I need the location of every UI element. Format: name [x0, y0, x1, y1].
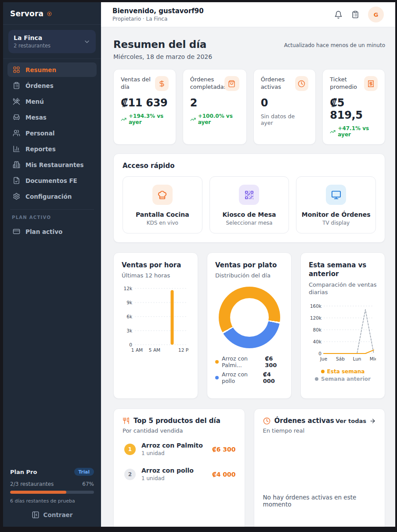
sidebar-item-personal[interactable]: Personal — [7, 126, 97, 140]
sidebar-item-mesas[interactable]: Mesas — [7, 110, 97, 124]
sidebar-item-label: Resumen — [25, 66, 56, 73]
hourly-sales-card: Ventas por hora Últimas 12 horas 03k6k9k… — [113, 252, 198, 399]
stat-delta: Sin datos de ayer — [261, 113, 309, 126]
legend-item-arroz-con-pollo: Arroz con pollo₡4 000 — [215, 371, 283, 384]
utensils-crossed-icon — [13, 98, 20, 105]
product-row-arroz-con-palmito: 1Arroz con Palmito1 unidad₡6 300 — [123, 442, 236, 456]
legend-dot — [215, 360, 219, 364]
svg-text:160k: 160k — [310, 303, 322, 308]
product-name: Arroz con pollo — [141, 467, 194, 474]
stat-card-ticket-promedio: Ticket promedio₡5 819,5+47.1% vs ayer — [322, 69, 385, 145]
sidebar-item-configuracion[interactable]: Configuración — [7, 189, 97, 204]
stat-label: Órdenes activas — [261, 76, 295, 91]
plan-percent: 67% — [82, 481, 94, 487]
restaurant-name: La Finca — [14, 34, 51, 41]
legend-dot — [315, 377, 318, 381]
legend-item-esta-semana: Esta semana — [321, 368, 365, 375]
stat-delta-text: Sin datos de ayer — [261, 113, 309, 126]
sidebar: Servora La Finca 2 restaurantes ResumenÓ… — [3, 2, 101, 527]
plan-section-label: PLAN ACTIVO — [3, 211, 101, 221]
week-compare-legend: Esta semanaSemana anterior — [309, 368, 377, 382]
top-products-card: Top 5 productos del día Por cantidad ven… — [113, 408, 245, 527]
quick-access-kiosco-de-mesa[interactable]: Kiosco de MesaSeleccionar mesa — [209, 176, 289, 233]
sidebar-item-menu[interactable]: Menú — [7, 94, 97, 109]
hourly-sales-subtitle: Últimas 12 horas — [122, 272, 190, 280]
avatar[interactable]: G — [368, 7, 384, 22]
quick-access-title-text: Kiosco de Mesa — [214, 211, 285, 218]
svg-text:5 AM: 5 AM — [149, 347, 160, 353]
sidebar-item-plan-activo[interactable]: Plan activo — [7, 224, 97, 239]
restaurant-selector[interactable]: La Finca 2 restaurantes — [8, 30, 96, 53]
settings-icon — [13, 193, 20, 200]
trending-up-icon — [121, 117, 126, 122]
sidebar-item-label: Mesas — [25, 114, 47, 121]
menu-divider — [10, 209, 94, 210]
quick-access-grid: Pantalla CocinaKDS en vivoKiosco de Mesa… — [123, 176, 376, 233]
quick-access-subtitle-text: KDS en vivo — [127, 220, 198, 226]
credit-card-icon — [13, 228, 20, 235]
stat-delta: +194.3% vs ayer — [121, 113, 169, 125]
svg-text:6k: 6k — [126, 313, 133, 319]
legend-label: Esta semana — [327, 368, 365, 375]
sidebar-item-documentos-fe[interactable]: Documentos FE — [7, 173, 97, 188]
legend-item-semana-anterior: Semana anterior — [315, 376, 371, 382]
plan-progress-track — [10, 491, 94, 494]
dish-sales-card: Ventas por plato Distribución del día Ar… — [207, 252, 292, 399]
legend-item-arroz-con-palmito: Arroz con Palmi...₡6 300 — [215, 355, 283, 368]
stat-card-ordenes-completadas: Órdenes completadas2+100.0% vs ayer — [183, 69, 247, 145]
clock-icon — [263, 417, 271, 425]
week-compare-line-chart: 040k80k120k160kJueSábLunMié — [309, 301, 377, 364]
role-breadcrumb: Propietario · La Finca — [112, 16, 204, 22]
stat-card-top: Ticket promedio — [330, 76, 378, 91]
stat-card-top: Ventas del día — [121, 76, 169, 91]
notifications-bell-icon[interactable] — [334, 11, 343, 19]
product-info: Arroz con pollo1 unidad — [141, 467, 194, 481]
product-quantity: 1 unidad — [141, 450, 203, 456]
svg-text:12k: 12k — [124, 285, 133, 291]
svg-text:9k: 9k — [126, 299, 133, 305]
grid-icon — [13, 66, 20, 73]
restaurant-selector-wrap: La Finca 2 restaurantes — [3, 25, 101, 59]
svg-text:0: 0 — [318, 350, 321, 356]
orders-clipboard-icon[interactable] — [351, 11, 359, 18]
plan-box: Plan Pro Trial 2/3 restaurantes 67% 6 dí… — [3, 463, 101, 504]
week-compare-title: Esta semana vs anterior — [309, 261, 377, 279]
stat-label: Órdenes completadas — [190, 76, 224, 91]
week-compare-subtitle: Comparación de ventas diarias — [309, 281, 377, 296]
logo: Servora — [3, 2, 101, 25]
stat-delta: +47.1% vs ayer — [330, 125, 378, 138]
collapse-sidebar-button[interactable]: Contraer — [3, 511, 101, 519]
top-products-list: 1Arroz con Palmito1 unidad₡6 3002Arroz c… — [123, 442, 236, 492]
svg-text:0: 0 — [129, 342, 132, 347]
rank-badge: 2 — [124, 469, 136, 480]
active-orders-title: Órdenes activas — [274, 417, 334, 425]
product-row-arroz-con-pollo: 2Arroz con pollo1 unidad₡4 000 — [123, 467, 236, 481]
stat-label: Ventas del día — [121, 76, 155, 91]
plan-usage: 2/3 restaurantes — [10, 481, 54, 487]
users-icon — [13, 129, 20, 137]
trending-up-icon — [330, 129, 336, 135]
restaurant-count: 2 restaurantes — [14, 43, 51, 49]
legend-label: Arroz con pollo — [222, 371, 260, 384]
sidebar-item-reportes[interactable]: Reportes — [7, 142, 97, 156]
stat-value: 2 — [190, 97, 239, 109]
building-icon — [13, 161, 20, 168]
stat-label: Ticket promedio — [330, 76, 364, 91]
quick-access-monitor-de-ordenes[interactable]: Monitor de ÓrdenesTV display — [296, 176, 376, 233]
sidebar-item-resumen[interactable]: Resumen — [7, 62, 97, 77]
sidebar-item-ordenes[interactable]: Órdenes — [7, 78, 97, 93]
sidebar-item-label: Personal — [25, 130, 54, 137]
stat-card-ordenes-activas: Órdenes activas0Sin datos de ayer — [253, 69, 316, 145]
rank-badge: 1 — [124, 444, 136, 455]
plan-progress-fill — [10, 491, 66, 494]
sidebar-item-mis-restaurantes[interactable]: Mis Restaurantes — [7, 157, 97, 172]
sidebar-item-label: Mis Restaurantes — [25, 161, 84, 168]
stat-delta-text: +47.1% vs ayer — [338, 125, 378, 138]
quick-access-pantalla-cocina[interactable]: Pantalla CocinaKDS en vivo — [123, 176, 202, 233]
stat-value: 0 — [261, 97, 309, 109]
sidebar-item-label: Configuración — [25, 193, 72, 200]
logo-dot-icon — [47, 11, 52, 17]
utensils-icon — [123, 417, 130, 424]
view-all-orders-button[interactable]: Ver todas — [336, 418, 376, 424]
top-products-subtitle: Por cantidad vendida — [123, 427, 236, 434]
